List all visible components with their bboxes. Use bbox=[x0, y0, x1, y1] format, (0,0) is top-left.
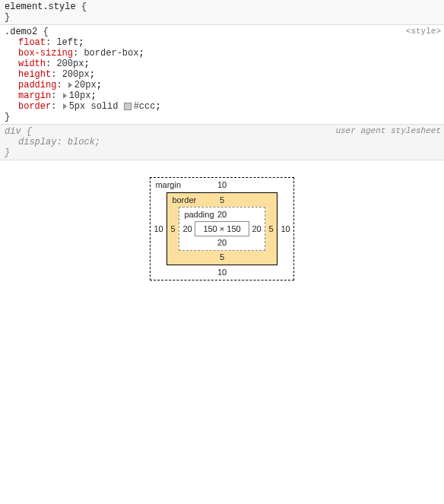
padding-layer[interactable]: padding 20 20 20 20 150 × 150 bbox=[179, 207, 265, 251]
close-brace: } bbox=[5, 112, 439, 122]
rule-div-user-agent[interactable]: user agent stylesheet div { display: blo… bbox=[0, 125, 444, 160]
margin-layer[interactable]: margin 10 10 10 10 border 5 5 5 5 paddin… bbox=[150, 177, 293, 281]
margin-left-value[interactable]: 10 bbox=[154, 225, 163, 233]
property-value[interactable]: border-box bbox=[84, 48, 138, 59]
colon: : bbox=[51, 69, 62, 80]
decl-border[interactable]: border: 5px solid #ccc; bbox=[5, 101, 439, 112]
expand-triangle-icon[interactable] bbox=[63, 93, 67, 99]
styles-panel: element.style { } <style> .demo2 { float… bbox=[0, 0, 444, 160]
decl-float[interactable]: float: left; bbox=[5, 37, 439, 48]
property-name[interactable]: border bbox=[18, 101, 51, 112]
margin-right-value[interactable]: 10 bbox=[281, 225, 290, 233]
colon: : bbox=[51, 90, 62, 101]
decl-padding[interactable]: padding: 20px; bbox=[5, 80, 439, 90]
border-top-value[interactable]: 5 bbox=[220, 196, 224, 204]
border-bottom-value[interactable]: 5 bbox=[220, 253, 224, 262]
close-brace: } bbox=[5, 147, 439, 158]
border-label: border bbox=[172, 195, 196, 204]
open-brace: { bbox=[43, 27, 48, 37]
property-name[interactable]: padding bbox=[18, 80, 56, 90]
margin-bottom-value[interactable]: 10 bbox=[217, 268, 227, 277]
margin-top-value[interactable]: 10 bbox=[217, 181, 227, 189]
padding-left-value[interactable]: 20 bbox=[182, 225, 192, 233]
selector-name[interactable]: .demo2 bbox=[5, 27, 37, 37]
expand-triangle-icon[interactable] bbox=[63, 103, 67, 109]
padding-top-value[interactable]: 20 bbox=[217, 211, 227, 219]
colon: : bbox=[56, 137, 67, 147]
border-layer[interactable]: border 5 5 5 5 padding 20 20 20 20 150 ×… bbox=[166, 192, 277, 265]
colon: : bbox=[46, 59, 56, 69]
close-brace: } bbox=[5, 12, 439, 23]
semicolon: ; bbox=[97, 80, 102, 90]
color-swatch-icon[interactable] bbox=[124, 103, 132, 110]
semicolon: ; bbox=[138, 48, 144, 59]
property-value[interactable]: 200px bbox=[62, 69, 90, 80]
selector-line: element.style { bbox=[5, 2, 439, 12]
border-left-value[interactable]: 5 bbox=[170, 225, 175, 233]
colon: : bbox=[73, 48, 84, 59]
semicolon: ; bbox=[90, 69, 95, 80]
box-model-diagram: margin 10 10 10 10 border 5 5 5 5 paddin… bbox=[0, 160, 444, 281]
open-brace: { bbox=[27, 126, 32, 137]
semicolon: ; bbox=[155, 101, 160, 112]
rule-origin: user agent stylesheet bbox=[335, 126, 441, 135]
decl-height[interactable]: height: 200px; bbox=[5, 69, 439, 80]
colon: : bbox=[51, 101, 62, 112]
content-size: 150 × 150 bbox=[203, 224, 240, 233]
property-value[interactable]: left bbox=[56, 37, 78, 48]
padding-right-value[interactable]: 20 bbox=[252, 225, 261, 233]
expand-triangle-icon[interactable] bbox=[68, 82, 72, 88]
border-right-value[interactable]: 5 bbox=[269, 225, 274, 233]
content-layer[interactable]: 150 × 150 bbox=[195, 221, 249, 236]
rule-element-style[interactable]: element.style { } bbox=[0, 0, 444, 25]
padding-bottom-value[interactable]: 20 bbox=[217, 239, 227, 247]
semicolon: ; bbox=[78, 37, 84, 48]
semicolon: ; bbox=[90, 90, 96, 101]
property-value: block bbox=[68, 137, 95, 147]
rule-demo2[interactable]: <style> .demo2 { float: left; box-sizing… bbox=[0, 25, 444, 125]
property-name: display bbox=[18, 137, 56, 147]
decl-width[interactable]: width: 200px; bbox=[5, 59, 439, 69]
property-value[interactable]: 200px bbox=[56, 59, 84, 69]
property-value-size[interactable]: 5px solid bbox=[69, 101, 119, 112]
colon: : bbox=[46, 37, 56, 48]
property-name[interactable]: width bbox=[18, 59, 46, 69]
property-name[interactable]: box-sizing bbox=[18, 48, 73, 59]
decl-display: display: block; bbox=[5, 137, 439, 147]
property-name[interactable]: margin bbox=[18, 90, 51, 101]
colon: : bbox=[56, 80, 67, 90]
property-name[interactable]: height bbox=[18, 69, 51, 80]
property-value[interactable]: 20px bbox=[75, 80, 97, 90]
property-name[interactable]: float bbox=[18, 37, 46, 48]
property-value-color[interactable]: #ccc bbox=[134, 101, 156, 112]
semicolon: ; bbox=[95, 137, 100, 147]
padding-label: padding bbox=[184, 210, 214, 219]
property-value[interactable]: 10px bbox=[69, 90, 91, 101]
selector-name[interactable]: element.style bbox=[5, 2, 76, 12]
margin-label: margin bbox=[155, 180, 181, 189]
decl-box-sizing[interactable]: box-sizing: border-box; bbox=[5, 48, 439, 59]
open-brace: { bbox=[81, 2, 87, 12]
decl-margin[interactable]: margin: 10px; bbox=[5, 90, 439, 101]
rule-origin[interactable]: <style> bbox=[406, 27, 441, 36]
selector-name: div bbox=[5, 126, 21, 137]
semicolon: ; bbox=[84, 59, 89, 69]
selector-line: .demo2 { bbox=[5, 27, 439, 37]
